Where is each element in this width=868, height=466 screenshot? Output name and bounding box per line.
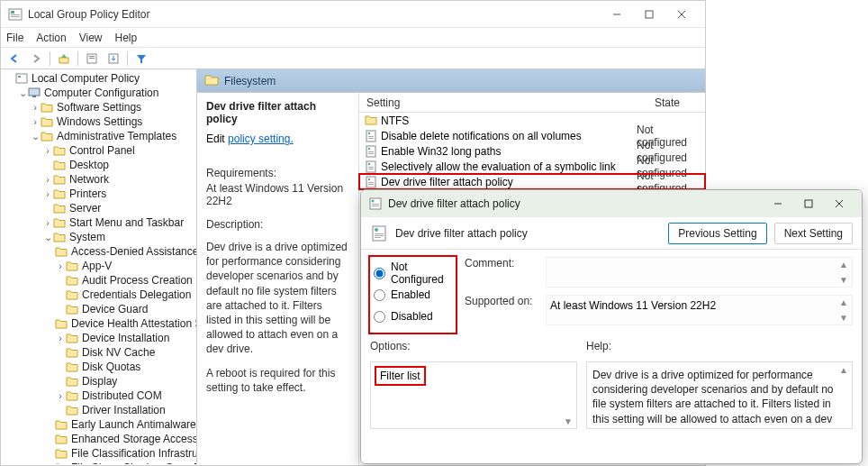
tree-item[interactable]: ›Printers (1, 187, 196, 201)
tree-item[interactable]: Credentials Delegation (1, 288, 196, 302)
svg-rect-11 (89, 58, 95, 59)
tree-item[interactable]: ›Control Panel (1, 143, 196, 158)
tree-item[interactable]: Driver Installation (1, 403, 196, 417)
edit-policy-link[interactable]: policy setting. (228, 132, 294, 145)
tree-item[interactable]: Early Launch Antimalware (1, 417, 196, 432)
tree-item[interactable]: Server (1, 201, 196, 215)
address-text: Filesystem (224, 75, 276, 87)
tree-item[interactable]: ›Network (1, 172, 196, 187)
tree-item[interactable]: Disk NV Cache (1, 345, 196, 360)
tree-admin-templates[interactable]: ⌄Administrative Templates (1, 129, 196, 143)
dialog-close[interactable] (824, 192, 854, 215)
policy-icon (365, 160, 377, 173)
previous-setting-button[interactable]: Previous Setting (668, 223, 766, 244)
svg-rect-10 (89, 56, 95, 57)
options-label: Options: (370, 340, 577, 352)
tree-item[interactable]: Enhanced Storage Access (1, 432, 196, 446)
svg-rect-8 (59, 58, 68, 63)
next-setting-button[interactable]: Next Setting (774, 223, 853, 244)
dialog-maximize[interactable] (793, 192, 824, 215)
filter-list-label: Filter list (376, 368, 424, 384)
svg-rect-5 (646, 11, 653, 18)
properties-button[interactable] (82, 50, 102, 68)
svg-rect-27 (368, 167, 374, 168)
requirements-label: Requirements: (206, 167, 349, 179)
column-header: Setting State (359, 93, 705, 113)
tree-item[interactable]: Device Health Attestation S (1, 316, 196, 331)
svg-rect-31 (368, 182, 374, 183)
col-setting[interactable]: Setting (359, 96, 629, 109)
tree-item[interactable]: ›Distributed COM (1, 388, 196, 403)
tree-pane[interactable]: Local Computer Policy⌄Computer Configura… (1, 69, 197, 464)
reboot-note: A reboot is required for this setting to… (206, 366, 349, 395)
svg-rect-40 (372, 206, 379, 206)
folder-icon (365, 114, 377, 127)
back-button[interactable] (5, 50, 24, 68)
tree-computer-config[interactable]: ⌄Computer Configuration (1, 86, 196, 100)
tree-item[interactable]: Device Guard (1, 302, 196, 316)
tree-item[interactable]: ⌄System (1, 230, 196, 244)
svg-point-30 (368, 178, 370, 179)
filter-button[interactable] (131, 50, 151, 68)
policy-dialog: Dev drive filter attach policy Dev drive… (360, 189, 863, 464)
policy-icon (365, 176, 377, 188)
col-state[interactable]: State (629, 96, 705, 109)
menu-file[interactable]: File (6, 32, 23, 44)
close-button[interactable] (665, 3, 698, 26)
svg-rect-47 (375, 233, 384, 234)
scroll-up-icon[interactable]: ▲ (839, 297, 850, 307)
tree-item[interactable]: File Share Shadow Copy Pro (1, 461, 196, 464)
tree-item[interactable]: ›Start Menu and Taskbar (1, 215, 196, 230)
svg-rect-15 (29, 88, 40, 96)
tree-software-settings[interactable]: ›Software Settings (1, 100, 196, 114)
scroll-up-icon[interactable]: ▲ (839, 260, 850, 270)
scroll-up-icon[interactable]: ▲ (839, 364, 850, 377)
menu-action[interactable]: Action (36, 32, 66, 44)
supported-label: Supported on: (465, 295, 546, 325)
svg-rect-48 (375, 235, 384, 236)
up-button[interactable] (54, 50, 74, 68)
dialog-kv: Comment: ▲▼ Supported on: At least Windo… (465, 257, 853, 333)
maximize-button[interactable] (633, 3, 665, 26)
comment-field[interactable]: ▲▼ (546, 257, 853, 288)
tree-item[interactable]: Desktop (1, 158, 196, 172)
comment-label: Comment: (465, 257, 546, 288)
menu-view[interactable]: View (79, 32, 103, 44)
radio-enabled[interactable]: Enabled (374, 284, 452, 306)
scroll-down-icon[interactable]: ▼ (839, 275, 850, 285)
tree-item[interactable]: ›App-V (1, 259, 196, 273)
dialog-middle: Not Configured Enabled Disabled Comment:… (361, 250, 862, 340)
svg-rect-3 (11, 16, 20, 17)
tree-root[interactable]: Local Computer Policy (1, 71, 196, 86)
scroll-down-icon[interactable]: ▼ (564, 416, 574, 426)
tree-item[interactable]: Display (1, 374, 196, 388)
dialog-subheader: Dev drive filter attach policy Previous … (361, 217, 862, 250)
svg-rect-32 (368, 184, 374, 185)
radio-disabled[interactable]: Disabled (374, 306, 452, 327)
export-button[interactable] (104, 50, 123, 68)
tree-item[interactable]: Audit Process Creation (1, 273, 196, 288)
svg-point-22 (368, 147, 370, 149)
address-bar: Filesystem (197, 69, 705, 92)
main-titlebar: Local Group Policy Editor (1, 1, 705, 28)
tree-item[interactable]: File Classification Infrastruc (1, 446, 196, 461)
tree-windows-settings[interactable]: ›Windows Settings (1, 114, 196, 129)
dialog-minimize[interactable] (763, 192, 793, 215)
svg-rect-23 (368, 151, 374, 152)
svg-rect-13 (16, 74, 27, 83)
dialog-titlebar: Dev drive filter attach policy (361, 190, 862, 217)
tree-item[interactable]: Access-Denied Assistance (1, 244, 196, 259)
menu-help[interactable]: Help (115, 32, 138, 44)
radio-not-configured[interactable]: Not Configured (374, 262, 452, 284)
forward-button[interactable] (26, 50, 46, 68)
minimize-button[interactable] (601, 3, 633, 26)
tree-item[interactable]: ›Device Installation (1, 331, 196, 345)
help-column: Help: Dev drive is a drive optimized for… (586, 340, 853, 429)
scroll-down-icon[interactable]: ▼ (839, 313, 850, 323)
help-box: Dev drive is a drive optimized for perfo… (586, 361, 853, 429)
svg-rect-24 (368, 153, 374, 154)
tree-item[interactable]: Disk Quotas (1, 360, 196, 374)
svg-rect-28 (368, 169, 374, 169)
svg-point-18 (368, 132, 370, 133)
svg-rect-16 (32, 96, 36, 97)
